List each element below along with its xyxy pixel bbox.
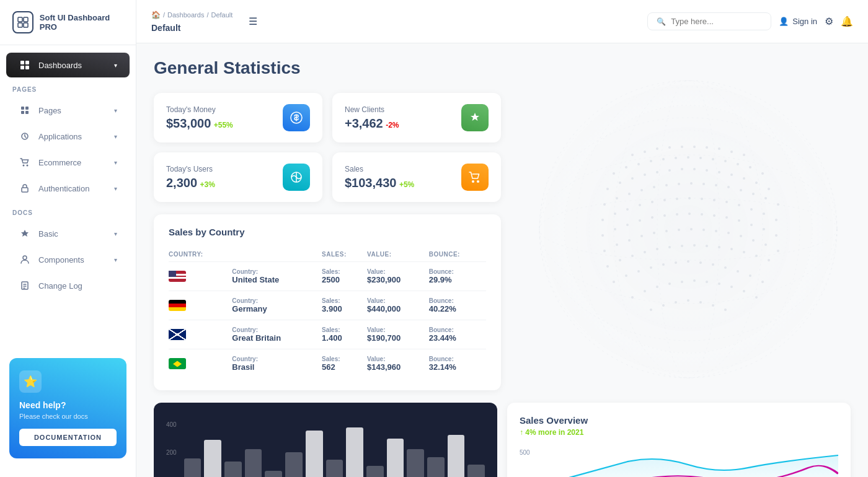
svg-point-140	[613, 281, 615, 283]
svg-point-85	[651, 201, 653, 203]
svg-point-135	[718, 246, 720, 248]
svg-point-125	[777, 250, 779, 252]
bounce-us: Bounce: 29.9%	[429, 262, 486, 291]
sidebar-item-basic[interactable]: Basic ▾	[6, 221, 130, 246]
flag-cell	[169, 262, 232, 291]
svg-rect-6	[20, 66, 24, 69]
svg-point-44	[675, 157, 677, 159]
sidebar-item-dashboards[interactable]: Dashboards ▾	[6, 53, 130, 77]
sidebar-applications-label: Applications	[38, 132, 107, 141]
stat-value-sales: $103,430	[345, 176, 396, 190]
bar	[346, 427, 363, 477]
bounce-br: Bounce: 32.14%	[429, 349, 486, 379]
pages-section-label: PAGES	[0, 79, 136, 97]
stat-label-sales: Sales	[345, 165, 414, 173]
dashboards-icon	[19, 59, 31, 71]
svg-point-129	[644, 251, 646, 253]
svg-point-139	[768, 259, 770, 261]
breadcrumb-dashboards: Dashboards	[167, 11, 204, 19]
svg-point-51	[761, 172, 764, 175]
stat-change-users: +3%	[200, 180, 215, 189]
sales-overview-chart: 500 400	[520, 443, 838, 477]
svg-point-134	[706, 245, 708, 247]
bar	[366, 466, 384, 477]
changelog-icon	[19, 279, 31, 292]
country-table: Country: Sales: Value: Bounce:	[169, 247, 486, 378]
stat-value-clients: +3,462	[345, 116, 383, 130]
svg-point-105	[713, 214, 715, 217]
user-icon: 👤	[779, 17, 789, 26]
svg-point-167	[687, 299, 689, 302]
svg-point-157	[681, 281, 683, 283]
svg-point-87	[676, 198, 678, 200]
svg-point-22	[539, 155, 837, 304]
menu-toggle-icon[interactable]: ☰	[249, 15, 257, 27]
svg-point-56	[656, 171, 658, 173]
stats-cards: Today's Money $53,000 +55% New Clients	[154, 93, 501, 202]
svg-point-99	[639, 219, 641, 222]
sidebar-item-pages[interactable]: Pages ▾	[6, 98, 130, 123]
svg-point-123	[752, 239, 755, 242]
value-de: Value: $440,000	[367, 291, 429, 320]
help-star-icon: ⭐	[19, 370, 42, 393]
sidebar-item-authentication[interactable]: Authentication ▾	[6, 176, 130, 201]
svg-point-48	[724, 160, 727, 162]
components-icon	[19, 253, 31, 266]
chevron-down-icon: ▾	[114, 107, 117, 114]
svg-point-77	[740, 189, 742, 191]
svg-point-114	[640, 235, 643, 237]
sign-in-label: Sign in	[792, 17, 817, 26]
svg-point-169	[712, 304, 714, 307]
svg-point-68	[628, 193, 631, 195]
stat-info-clients: New Clients +3,462 -2%	[345, 105, 399, 131]
svg-point-90	[713, 199, 715, 201]
search-box[interactable]: 🔍	[647, 12, 771, 30]
svg-point-73	[690, 182, 693, 185]
sales-gb: Sales: 1.400	[322, 320, 367, 349]
applications-icon	[19, 130, 31, 142]
svg-point-75	[715, 184, 717, 186]
svg-point-67	[616, 197, 618, 199]
sidebar-item-changelog[interactable]: Change Log	[6, 273, 130, 298]
sidebar-basic-label: Basic	[38, 229, 107, 239]
svg-point-160	[718, 282, 720, 285]
sales-overview-title: Sales Overview	[520, 415, 838, 426]
svg-point-47	[712, 158, 714, 160]
sign-in-button[interactable]: 👤 Sign in	[779, 17, 817, 26]
svg-point-138	[755, 255, 758, 257]
sidebar-item-applications[interactable]: Applications ▾	[6, 124, 130, 149]
svg-point-62	[730, 173, 733, 176]
svg-point-149	[724, 266, 727, 269]
sidebar-item-components[interactable]: Components ▾	[6, 247, 130, 272]
svg-point-101	[663, 214, 666, 217]
svg-point-23	[539, 118, 837, 341]
stat-label-money: Today's Money	[166, 105, 233, 114]
svg-point-38	[743, 154, 745, 156]
svg-point-159	[706, 281, 708, 283]
svg-point-37	[730, 151, 733, 153]
country-table-header: Country: Sales: Value: Bounce:	[169, 247, 486, 262]
svg-point-74	[702, 183, 705, 185]
svg-point-146	[687, 260, 689, 263]
help-title: Need help?	[19, 400, 117, 410]
svg-point-154	[644, 290, 646, 292]
svg-point-92	[738, 204, 740, 206]
logo-icon	[12, 11, 33, 33]
sidebar-item-ecommerce[interactable]: Ecommerce ▾	[6, 150, 130, 175]
country-name-us: Country: United State	[232, 262, 322, 291]
globe-decoration: // Generated dots in SVG for globe effec…	[508, 43, 868, 415]
search-input[interactable]	[671, 17, 762, 26]
documentation-button[interactable]: DOCUMENTATION	[19, 429, 117, 446]
chevron-down-icon: ▾	[114, 185, 117, 192]
value-br: Value: $143,960	[367, 349, 429, 379]
table-row: Country: Great Britain Sales: 1.400 Valu…	[169, 320, 486, 349]
svg-rect-9	[25, 107, 29, 110]
notification-icon[interactable]: 🔔	[841, 15, 853, 27]
svg-point-112	[616, 243, 618, 246]
brand-name: Soft UI Dashboard PRO	[40, 13, 123, 32]
stat-info-users: Today's Users 2,300 +3%	[166, 165, 215, 190]
svg-rect-4	[20, 61, 24, 64]
settings-icon[interactable]: ⚙	[825, 15, 833, 27]
svg-point-84	[639, 204, 641, 206]
svg-point-65	[768, 188, 770, 190]
